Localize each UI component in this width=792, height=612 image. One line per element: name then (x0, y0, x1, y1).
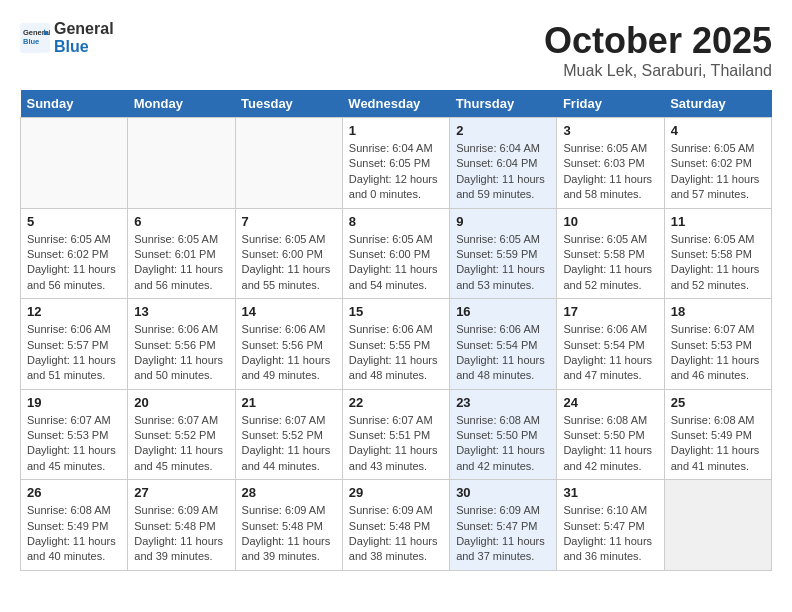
day-number: 30 (456, 485, 550, 500)
sunrise-text: Sunrise: 6:05 AM (349, 232, 443, 247)
daylight-text: Daylight: 11 hours and 50 minutes. (134, 353, 228, 384)
week-row-1: 1Sunrise: 6:04 AMSunset: 6:05 PMDaylight… (21, 118, 772, 209)
daylight-text: Daylight: 11 hours and 43 minutes. (349, 443, 443, 474)
sunrise-text: Sunrise: 6:06 AM (349, 322, 443, 337)
sunrise-text: Sunrise: 6:05 AM (242, 232, 336, 247)
sunset-text: Sunset: 5:58 PM (563, 247, 657, 262)
sunset-text: Sunset: 5:49 PM (27, 519, 121, 534)
daylight-text: Daylight: 11 hours and 45 minutes. (134, 443, 228, 474)
sunrise-text: Sunrise: 6:04 AM (349, 141, 443, 156)
daylight-text: Daylight: 11 hours and 52 minutes. (671, 262, 765, 293)
calendar-cell: 17Sunrise: 6:06 AMSunset: 5:54 PMDayligh… (557, 299, 664, 390)
sunset-text: Sunset: 5:51 PM (349, 428, 443, 443)
calendar-cell: 18Sunrise: 6:07 AMSunset: 5:53 PMDayligh… (664, 299, 771, 390)
day-number: 2 (456, 123, 550, 138)
sunrise-text: Sunrise: 6:05 AM (671, 232, 765, 247)
sunset-text: Sunset: 5:55 PM (349, 338, 443, 353)
day-number: 5 (27, 214, 121, 229)
week-row-4: 19Sunrise: 6:07 AMSunset: 5:53 PMDayligh… (21, 389, 772, 480)
calendar-cell: 16Sunrise: 6:06 AMSunset: 5:54 PMDayligh… (450, 299, 557, 390)
daylight-text: Daylight: 11 hours and 45 minutes. (27, 443, 121, 474)
day-number: 22 (349, 395, 443, 410)
calendar-cell: 23Sunrise: 6:08 AMSunset: 5:50 PMDayligh… (450, 389, 557, 480)
weekday-header-thursday: Thursday (450, 90, 557, 118)
sunrise-text: Sunrise: 6:05 AM (456, 232, 550, 247)
calendar-cell: 9Sunrise: 6:05 AMSunset: 5:59 PMDaylight… (450, 208, 557, 299)
day-number: 10 (563, 214, 657, 229)
sunset-text: Sunset: 5:59 PM (456, 247, 550, 262)
daylight-text: Daylight: 11 hours and 44 minutes. (242, 443, 336, 474)
calendar-cell: 1Sunrise: 6:04 AMSunset: 6:05 PMDaylight… (342, 118, 449, 209)
day-number: 14 (242, 304, 336, 319)
daylight-text: Daylight: 11 hours and 37 minutes. (456, 534, 550, 565)
sunset-text: Sunset: 6:02 PM (671, 156, 765, 171)
calendar-cell: 30Sunrise: 6:09 AMSunset: 5:47 PMDayligh… (450, 480, 557, 571)
sunset-text: Sunset: 6:01 PM (134, 247, 228, 262)
daylight-text: Daylight: 11 hours and 40 minutes. (27, 534, 121, 565)
logo-general: General (54, 20, 114, 38)
sunset-text: Sunset: 5:53 PM (671, 338, 765, 353)
weekday-header-sunday: Sunday (21, 90, 128, 118)
daylight-text: Daylight: 12 hours and 0 minutes. (349, 172, 443, 203)
daylight-text: Daylight: 11 hours and 39 minutes. (134, 534, 228, 565)
calendar-cell: 14Sunrise: 6:06 AMSunset: 5:56 PMDayligh… (235, 299, 342, 390)
sunrise-text: Sunrise: 6:07 AM (242, 413, 336, 428)
calendar-cell: 3Sunrise: 6:05 AMSunset: 6:03 PMDaylight… (557, 118, 664, 209)
day-number: 1 (349, 123, 443, 138)
sunrise-text: Sunrise: 6:08 AM (563, 413, 657, 428)
day-number: 19 (27, 395, 121, 410)
sunrise-text: Sunrise: 6:09 AM (349, 503, 443, 518)
daylight-text: Daylight: 11 hours and 46 minutes. (671, 353, 765, 384)
daylight-text: Daylight: 11 hours and 49 minutes. (242, 353, 336, 384)
sunset-text: Sunset: 5:52 PM (134, 428, 228, 443)
day-number: 6 (134, 214, 228, 229)
calendar-cell: 24Sunrise: 6:08 AMSunset: 5:50 PMDayligh… (557, 389, 664, 480)
daylight-text: Daylight: 11 hours and 36 minutes. (563, 534, 657, 565)
day-number: 17 (563, 304, 657, 319)
day-number: 28 (242, 485, 336, 500)
sunrise-text: Sunrise: 6:07 AM (27, 413, 121, 428)
location-title: Muak Lek, Saraburi, Thailand (544, 62, 772, 80)
sunset-text: Sunset: 5:52 PM (242, 428, 336, 443)
sunrise-text: Sunrise: 6:08 AM (456, 413, 550, 428)
week-row-2: 5Sunrise: 6:05 AMSunset: 6:02 PMDaylight… (21, 208, 772, 299)
day-number: 4 (671, 123, 765, 138)
logo-icon: General Blue (20, 23, 50, 53)
daylight-text: Daylight: 11 hours and 54 minutes. (349, 262, 443, 293)
calendar-cell: 21Sunrise: 6:07 AMSunset: 5:52 PMDayligh… (235, 389, 342, 480)
sunset-text: Sunset: 5:50 PM (563, 428, 657, 443)
week-row-3: 12Sunrise: 6:06 AMSunset: 5:57 PMDayligh… (21, 299, 772, 390)
day-number: 15 (349, 304, 443, 319)
day-number: 3 (563, 123, 657, 138)
weekday-header-monday: Monday (128, 90, 235, 118)
calendar-cell: 8Sunrise: 6:05 AMSunset: 6:00 PMDaylight… (342, 208, 449, 299)
sunrise-text: Sunrise: 6:09 AM (242, 503, 336, 518)
sunset-text: Sunset: 6:00 PM (349, 247, 443, 262)
day-number: 11 (671, 214, 765, 229)
calendar-cell: 19Sunrise: 6:07 AMSunset: 5:53 PMDayligh… (21, 389, 128, 480)
daylight-text: Daylight: 11 hours and 48 minutes. (456, 353, 550, 384)
sunrise-text: Sunrise: 6:05 AM (134, 232, 228, 247)
sunset-text: Sunset: 6:03 PM (563, 156, 657, 171)
calendar-cell: 5Sunrise: 6:05 AMSunset: 6:02 PMDaylight… (21, 208, 128, 299)
day-number: 20 (134, 395, 228, 410)
calendar-cell (664, 480, 771, 571)
calendar-cell: 4Sunrise: 6:05 AMSunset: 6:02 PMDaylight… (664, 118, 771, 209)
weekday-header-friday: Friday (557, 90, 664, 118)
calendar-cell: 11Sunrise: 6:05 AMSunset: 5:58 PMDayligh… (664, 208, 771, 299)
sunset-text: Sunset: 5:54 PM (563, 338, 657, 353)
sunset-text: Sunset: 5:53 PM (27, 428, 121, 443)
daylight-text: Daylight: 11 hours and 52 minutes. (563, 262, 657, 293)
sunrise-text: Sunrise: 6:04 AM (456, 141, 550, 156)
calendar-cell: 31Sunrise: 6:10 AMSunset: 5:47 PMDayligh… (557, 480, 664, 571)
logo: General Blue General Blue (20, 20, 114, 55)
calendar-header: SundayMondayTuesdayWednesdayThursdayFrid… (21, 90, 772, 118)
week-row-5: 26Sunrise: 6:08 AMSunset: 5:49 PMDayligh… (21, 480, 772, 571)
sunset-text: Sunset: 5:56 PM (134, 338, 228, 353)
calendar-cell: 6Sunrise: 6:05 AMSunset: 6:01 PMDaylight… (128, 208, 235, 299)
calendar-cell: 12Sunrise: 6:06 AMSunset: 5:57 PMDayligh… (21, 299, 128, 390)
sunrise-text: Sunrise: 6:06 AM (27, 322, 121, 337)
day-number: 25 (671, 395, 765, 410)
daylight-text: Daylight: 11 hours and 53 minutes. (456, 262, 550, 293)
sunrise-text: Sunrise: 6:06 AM (242, 322, 336, 337)
